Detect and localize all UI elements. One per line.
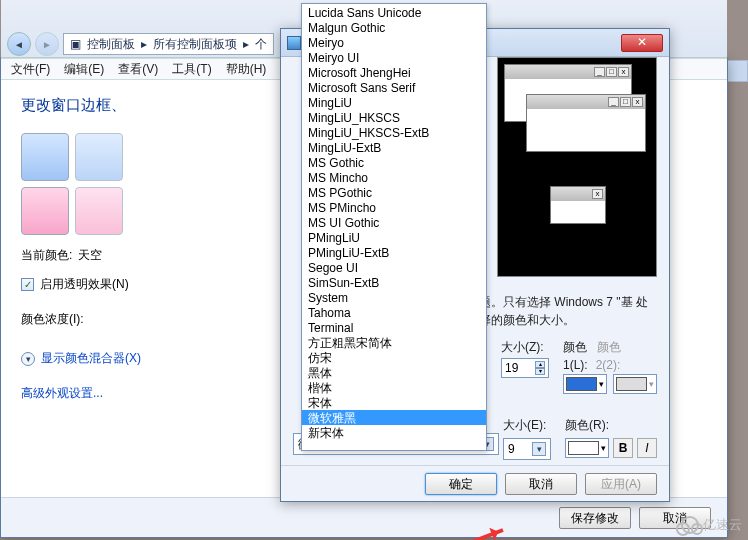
color2-label: 颜色(R): (565, 417, 657, 434)
font-option[interactable]: Meiryo (302, 35, 486, 50)
breadcrumb-root[interactable]: 控制面板 (87, 36, 135, 53)
color-swatch-pink-1[interactable] (21, 187, 69, 235)
dialog-close-button[interactable]: ✕ (621, 34, 663, 52)
window-preview: _□x _□x x (497, 57, 657, 277)
breadcrumb[interactable]: ▣ 控制面板 ▸ 所有控制面板项 ▸ 个 (63, 33, 274, 55)
current-color-label: 当前颜色: (21, 247, 72, 264)
font-option[interactable]: PMingLiU-ExtB (302, 245, 486, 260)
font-option[interactable]: 方正粗黑宋简体 (302, 335, 486, 350)
watermark: 亿速云 (681, 516, 742, 534)
menu-edit[interactable]: 编辑(E) (64, 61, 104, 78)
cancel-button[interactable]: 取消 (505, 473, 577, 495)
font-option[interactable]: 新宋体 (302, 425, 486, 440)
nav-back-button[interactable]: ◄ (7, 32, 31, 56)
expand-icon[interactable]: ▾ (21, 352, 35, 366)
spin-up-icon[interactable]: ▴ (535, 361, 545, 368)
preview-min-icon: _ (594, 67, 605, 77)
breadcrumb-leaf[interactable]: 个 (255, 36, 267, 53)
apply-button[interactable]: 应用(A) (585, 473, 657, 495)
color-swatch-blue-1[interactable] (21, 133, 69, 181)
font-option[interactable]: MingLiU_HKSCS (302, 110, 486, 125)
font-option[interactable]: MingLiU_HKSCS-ExtB (302, 125, 486, 140)
color-mixer-link[interactable]: 显示颜色混合器(X) (41, 350, 141, 367)
preview-close-icon: x (632, 97, 643, 107)
color1-combo[interactable]: ▾ (563, 374, 607, 394)
font-option[interactable]: MingLiU-ExtB (302, 140, 486, 155)
font-option[interactable]: MS Mincho (302, 170, 486, 185)
font-option[interactable]: MS UI Gothic (302, 215, 486, 230)
font-option[interactable]: Terminal (302, 320, 486, 335)
font-option[interactable]: Meiryo UI (302, 50, 486, 65)
font-option[interactable]: 楷体 (302, 380, 486, 395)
dialog-note: 主题。只有选择 Windows 7 "基 处选择的颜色和大小。 (467, 293, 657, 329)
menu-file[interactable]: 文件(F) (11, 61, 50, 78)
advanced-settings-link[interactable]: 高级外观设置... (21, 385, 103, 402)
font-option[interactable]: Lucida Sans Unicode (302, 5, 486, 20)
transparency-checkbox[interactable]: ✓ (21, 278, 34, 291)
dropdown-icon[interactable]: ▾ (532, 442, 546, 456)
chevron-right-icon: ▸ (243, 37, 249, 51)
font-option[interactable]: Malgun Gothic (302, 20, 486, 35)
dialog-footer: 确定 取消 应用(A) (281, 465, 669, 501)
color-heading: 颜色 (563, 339, 587, 356)
italic-button[interactable]: I (637, 438, 657, 458)
color2-combo: ▾ (613, 374, 657, 394)
size1-spinner[interactable]: 19 ▴▾ (501, 358, 549, 378)
font-option[interactable]: 黑体 (302, 365, 486, 380)
color-swatch-blue-2[interactable] (75, 133, 123, 181)
intensity-label: 颜色浓度(I): (21, 311, 84, 328)
size2-label: 大小(E): (503, 417, 551, 434)
dialog-icon (287, 36, 301, 50)
transparency-label: 启用透明效果(N) (40, 276, 129, 293)
preview-close-icon: x (618, 67, 629, 77)
font-color-combo[interactable]: ▾ (565, 438, 609, 458)
current-color-value: 天空 (78, 247, 102, 264)
font-option[interactable]: Segoe UI (302, 260, 486, 275)
color2-second: 2(2): (596, 358, 621, 372)
watermark-icon (681, 516, 699, 534)
chevron-right-icon: ▸ (141, 37, 147, 51)
watermark-text: 亿速云 (703, 516, 742, 534)
menu-help[interactable]: 帮助(H) (226, 61, 267, 78)
bold-button[interactable]: B (613, 438, 633, 458)
main-footer: 保存修改 取消 (1, 497, 727, 537)
preview-max-icon: □ (606, 67, 617, 77)
size1-value: 19 (505, 361, 518, 375)
font-option[interactable]: Microsoft Sans Serif (302, 80, 486, 95)
ok-button[interactable]: 确定 (425, 473, 497, 495)
breadcrumb-icon: ▣ (70, 37, 81, 51)
font-option[interactable]: Tahoma (302, 305, 486, 320)
font-option[interactable]: MS Gothic (302, 155, 486, 170)
menu-tools[interactable]: 工具(T) (172, 61, 211, 78)
font-option[interactable]: MS PMincho (302, 200, 486, 215)
appearance-dialog: ✕ Lucida Sans UnicodeMalgun GothicMeiryo… (280, 28, 670, 502)
preview-max-icon: □ (620, 97, 631, 107)
font-option[interactable]: 宋体 (302, 395, 486, 410)
font-option[interactable]: System (302, 290, 486, 305)
preview-close-icon: x (592, 189, 603, 199)
size1-value2: 1(L): (563, 358, 588, 372)
breadcrumb-sub[interactable]: 所有控制面板项 (153, 36, 237, 53)
color-swatch-pink-2[interactable] (75, 187, 123, 235)
font-option[interactable]: MS PGothic (302, 185, 486, 200)
font-option[interactable]: Microsoft JhengHei (302, 65, 486, 80)
spin-down-icon[interactable]: ▾ (535, 368, 545, 375)
preview-min-icon: _ (608, 97, 619, 107)
font-option[interactable]: 仿宋 (302, 350, 486, 365)
font-option[interactable]: PMingLiU (302, 230, 486, 245)
nav-forward-button[interactable]: ► (35, 32, 59, 56)
size2-value: 9 (508, 442, 515, 456)
menu-view[interactable]: 查看(V) (118, 61, 158, 78)
font-option[interactable]: 微软雅黑 (302, 410, 486, 425)
font-option[interactable]: SimSun-ExtB (302, 275, 486, 290)
save-changes-button[interactable]: 保存修改 (559, 507, 631, 529)
size1-label: 大小(Z): (501, 339, 549, 356)
font-dropdown-list[interactable]: Lucida Sans UnicodeMalgun GothicMeiryoMe… (301, 3, 487, 451)
font-option[interactable]: MingLiU (302, 95, 486, 110)
color-heading-2: 颜色 (597, 339, 621, 356)
size2-combo[interactable]: 9 ▾ (503, 438, 551, 460)
